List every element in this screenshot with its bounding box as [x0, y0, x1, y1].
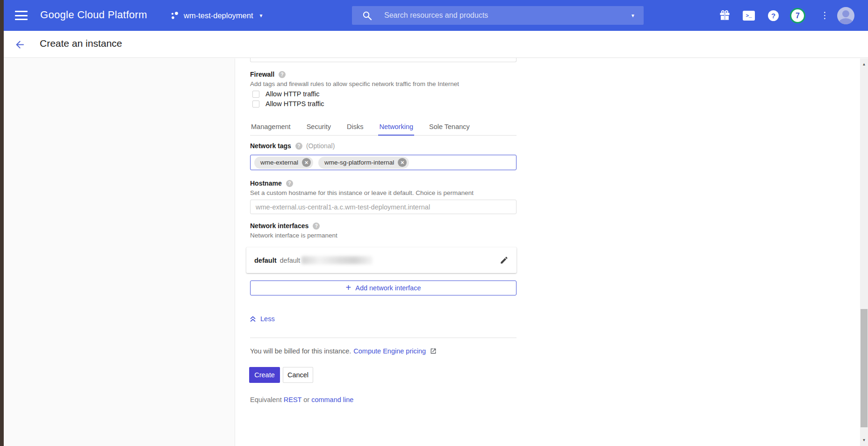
scroll-down-icon[interactable]: ▼	[860, 438, 868, 442]
more-options-icon[interactable]: ⋮	[820, 11, 829, 20]
tab-disks[interactable]: Disks	[346, 120, 364, 135]
network-tags-label: Network tags ? (Optional)	[250, 142, 335, 150]
hostname-input[interactable]: wme-external.us-central1-a.c.wm-test-dep…	[250, 200, 516, 214]
window-edge	[0, 0, 4, 446]
screen: Google Cloud Platform wm-test-deployment…	[0, 0, 868, 446]
avatar-body	[839, 18, 853, 24]
network-interfaces-help-icon[interactable]: ?	[313, 223, 320, 230]
scroll-up-icon[interactable]: ▲	[860, 62, 868, 66]
network-tags-input[interactable]: wme-external × wme-sg-platform-internal …	[250, 155, 516, 170]
hostname-placeholder: wme-external.us-central1-a.c.wm-test-dep…	[256, 203, 430, 211]
notification-count: 7	[796, 12, 800, 20]
edit-interface-icon[interactable]	[500, 256, 509, 265]
left-panel	[4, 58, 235, 446]
interface-network: default	[280, 257, 301, 264]
network-interfaces-description: Network interface is permanent	[250, 232, 337, 239]
remove-tag-icon[interactable]: ×	[398, 158, 407, 167]
help-icon[interactable]: ?	[768, 10, 779, 21]
allow-https-checkbox[interactable]: Allow HTTPS traffic	[252, 100, 324, 108]
add-network-interface-button[interactable]: + Add network interface	[250, 281, 516, 295]
section-divider	[250, 338, 516, 338]
search-dropdown-icon[interactable]: ▼	[631, 13, 635, 18]
main-content: Firewall ? Add tags and firewall rules t…	[235, 58, 860, 446]
command-line-link[interactable]: command line	[311, 396, 353, 403]
project-selector[interactable]: wm-test-deployment ▼	[170, 7, 263, 23]
gift-icon[interactable]	[719, 10, 730, 22]
vertical-scrollbar[interactable]: ▲ ▼	[860, 58, 868, 446]
equivalent-line: Equivalent REST or command line	[250, 396, 353, 403]
optional-hint: (Optional)	[306, 142, 335, 150]
back-arrow-icon[interactable]	[14, 39, 26, 52]
firewall-help-icon[interactable]: ?	[279, 71, 286, 78]
tab-networking[interactable]: Networking	[378, 120, 414, 135]
network-interface-row: default default	[246, 247, 516, 273]
tag-chip: wme-sg-platform-internal ×	[318, 157, 409, 169]
cancel-button[interactable]: Cancel	[283, 367, 313, 383]
page-header: Create an instance	[0, 31, 868, 58]
hostname-label: Hostname ?	[250, 180, 293, 187]
compute-engine-pricing-link[interactable]: Compute Engine pricing	[353, 347, 426, 355]
cloud-shell-icon[interactable]: >_	[743, 11, 755, 21]
firewall-label: Firewall ?	[250, 71, 286, 78]
scrollbar-thumb[interactable]	[861, 309, 868, 427]
notifications-badge[interactable]: 7	[790, 8, 805, 23]
plus-icon: +	[346, 282, 352, 293]
topbar: Google Cloud Platform wm-test-deployment…	[0, 0, 868, 31]
tab-security[interactable]: Security	[306, 120, 332, 135]
avatar-head	[842, 10, 849, 17]
remove-tag-icon[interactable]: ×	[302, 158, 311, 167]
firewall-description: Add tags and firewall rules to allow spe…	[250, 80, 459, 87]
brand-title: Google Cloud Platform	[40, 9, 147, 21]
allow-http-checkbox[interactable]: Allow HTTP traffic	[252, 90, 320, 98]
rest-link[interactable]: REST	[284, 396, 301, 403]
hostname-description: Set a custom hostname for this instance …	[250, 189, 473, 196]
external-link-icon	[430, 348, 437, 354]
tab-management[interactable]: Management	[250, 120, 292, 135]
create-button[interactable]: Create	[249, 367, 280, 383]
project-name: wm-test-deployment	[184, 11, 253, 20]
collapse-icon	[250, 316, 256, 323]
network-tags-help-icon[interactable]: ?	[295, 143, 302, 150]
redacted-subnet	[301, 256, 373, 264]
project-icon	[170, 11, 179, 20]
search-placeholder: Search resources and products	[384, 11, 488, 20]
checkbox-box[interactable]	[252, 91, 259, 98]
page-title: Create an instance	[40, 38, 122, 49]
chevron-down-icon: ▼	[259, 13, 264, 18]
hostname-help-icon[interactable]: ?	[286, 180, 293, 187]
tag-chip: wme-external ×	[254, 157, 313, 169]
search-icon	[362, 11, 372, 21]
menu-icon[interactable]	[15, 11, 28, 20]
search-bar[interactable]: Search resources and products ▼	[352, 6, 644, 25]
network-interfaces-label: Network interfaces ?	[250, 222, 320, 230]
avatar[interactable]	[837, 7, 854, 24]
tab-sole-tenancy[interactable]: Sole Tenancy	[428, 120, 471, 135]
interface-name: default	[254, 257, 277, 264]
less-link[interactable]: Less	[250, 315, 275, 323]
checkbox-box[interactable]	[252, 101, 259, 108]
billing-note: You will be billed for this instance. Co…	[250, 347, 437, 355]
settings-tabs: Management Security Disks Networking Sol…	[250, 120, 516, 136]
